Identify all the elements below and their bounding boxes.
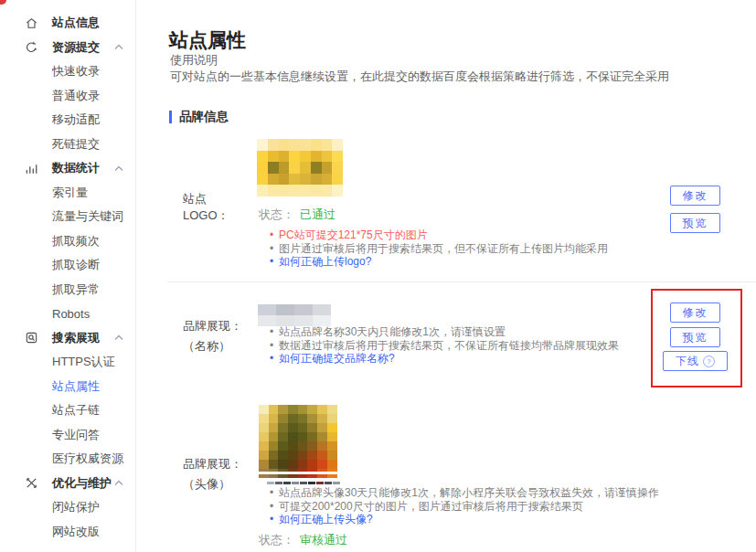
chevron-up-icon [114, 44, 123, 50]
name-modify-limit-note: • 站点品牌名称30天内只能修改1次，请谨慎设置 [270, 325, 619, 339]
resource-submit-icon [24, 40, 38, 55]
site-properties-page: 站点信息 资源提交 快速收录 普通收录 移动适配 死链提交 数据统计 索引量 流… [0, 0, 756, 552]
usage-title: 使用说明 [170, 52, 218, 69]
name-help-link[interactable]: • 如何正确提交品牌名称? [270, 352, 619, 366]
home-icon [24, 16, 38, 30]
name-modify-limit-text: 站点品牌名称30天内只能修改1次，请谨慎设置 [279, 325, 506, 339]
brand-name-label: 品牌展现： （名称） [183, 316, 242, 356]
logo-status-value: 已通过 [300, 207, 335, 223]
search-display-icon [24, 331, 38, 345]
sidebar-item-traffic-keywords[interactable]: 流量与关键词 [0, 205, 135, 229]
name-review-note: • 数据通过审核后将用于搜索结果页，不保证所有链接均带品牌展现效果 [270, 339, 619, 353]
sidebar-item-dead-link[interactable]: 死链提交 [0, 133, 135, 157]
brand-avatar-notes: • 站点品牌头像30天只能修改1次，解除小程序关联会导致权益失效，请谨慎操作 •… [270, 486, 659, 526]
chevron-up-icon [114, 334, 123, 341]
site-logo-image [257, 139, 343, 196]
sidebar-item-https-cert[interactable]: HTTPS认证 [0, 350, 135, 375]
bullet-dot: • [270, 513, 279, 526]
logo-preview-button[interactable]: 预览 [670, 213, 720, 233]
sidebar-group-search-display[interactable]: 搜索展现 [0, 326, 135, 351]
brand-name-notes: • 站点品牌名称30天内只能修改1次，请谨慎设置 • 数据通过审核后将用于搜索结… [270, 325, 619, 366]
sidebar-item-crawl-frequency[interactable]: 抓取频次 [0, 229, 135, 254]
avatar-modify-limit-text: 站点品牌头像30天只能修改1次，解除小程序关联会导致权益失效，请谨慎操作 [279, 486, 659, 500]
bullet-dot: • [270, 352, 279, 366]
sidebar-item-medical-authority[interactable]: 医疗权威资源 [0, 447, 135, 472]
sidebar-group-label: 搜索展现 [52, 330, 100, 346]
site-logo-label: 站点 LOGO： [183, 191, 229, 224]
sidebar-item-mobile-adapt[interactable]: 移动适配 [0, 108, 135, 133]
brand-avatar-image [259, 405, 337, 478]
sidebar-group-label: 优化与维护 [52, 475, 112, 492]
bullet-dot: • [270, 242, 279, 256]
name-help-link-text[interactable]: 如何正确提交品牌名称? [279, 352, 395, 366]
logo-review-note-text: 图片通过审核后将用于搜索结果页，但不保证所有上传图片均能采用 [279, 242, 608, 256]
brand-name-blurred [258, 304, 331, 326]
sidebar-group-data-stats[interactable]: 数据统计 [0, 156, 135, 181]
avatar-size-note-text: 可提交200*200尺寸的图片，图片通过审核后将用于搜索结果页 [279, 500, 583, 514]
avatar-modify-limit-note: • 站点品牌头像30天只能修改1次，解除小程序关联会导致权益失效，请谨慎操作 [270, 486, 659, 500]
page-title: 站点属性 [169, 27, 246, 53]
avatar-size-note: • 可提交200*200尺寸的图片，图片通过审核后将用于搜索结果页 [270, 500, 659, 514]
help-circle-icon[interactable]: ? [703, 356, 715, 367]
sidebar-item-crawl-exception[interactable]: 抓取异常 [0, 278, 135, 303]
section-divider [167, 281, 756, 282]
bullet-dot: • [270, 255, 279, 269]
sidebar-item-site-revamp[interactable]: 网站改版 [0, 520, 135, 545]
brand-avatar-label-line1: 品牌展现： [183, 454, 242, 474]
section-title: 品牌信息 [179, 109, 229, 125]
logo-modify-button[interactable]: 修改 [670, 186, 720, 206]
sidebar-group-resource-submit[interactable]: 资源提交 [0, 36, 135, 60]
data-stats-icon [24, 161, 38, 175]
avatar-status-row: 状态： 审核通过 [259, 532, 347, 548]
brand-avatar-label-line2: （头像） [183, 474, 242, 494]
name-preview-button[interactable]: 预览 [670, 327, 720, 347]
brand-name-label-line2: （名称） [183, 336, 242, 356]
name-offline-label: 下线 [676, 354, 699, 369]
usage-description: 可对站点的一些基本信息继续设置，在此提交的数据百度会根据策略进行筛选，不保证完全… [170, 69, 669, 85]
section-accent-bar [169, 111, 172, 123]
brand-info-section-header: 品牌信息 [169, 109, 229, 125]
status-label: 状态： [259, 207, 294, 223]
sidebar-item-index-volume[interactable]: 索引量 [0, 181, 135, 206]
chevron-up-icon [114, 165, 123, 172]
name-review-note-text: 数据通过审核后将用于搜索结果页，不保证所有链接均带品牌展现效果 [279, 339, 619, 353]
logo-size-note-text: PC站可提交121*75尺寸的图片 [279, 228, 428, 242]
sidebar-group-label: 站点信息 [52, 15, 100, 31]
logo-help-link-text[interactable]: 如何正确上传logo? [279, 255, 371, 269]
sidebar-nav: 站点信息 资源提交 快速收录 普通收录 移动适配 死链提交 数据统计 索引量 流… [0, 0, 136, 552]
sidebar-item-site-properties[interactable]: 站点属性 [0, 375, 135, 399]
sidebar-item-quick-include[interactable]: 快速收录 [0, 59, 135, 84]
name-modify-button[interactable]: 修改 [670, 303, 720, 323]
name-offline-button[interactable]: 下线 ? [663, 351, 728, 371]
sidebar-item-professional-qa[interactable]: 专业问答 [0, 423, 135, 448]
bullet-dot: • [270, 228, 279, 242]
sidebar-item-normal-include[interactable]: 普通收录 [0, 84, 135, 109]
avatar-help-link-text[interactable]: 如何正确上传头像? [279, 513, 373, 526]
bullet-dot: • [270, 500, 279, 514]
logo-size-note: • PC站可提交121*75尺寸的图片 [270, 228, 608, 242]
brand-avatar-label: 品牌展现： （头像） [183, 454, 242, 494]
avatar-white-line [259, 472, 337, 474]
status-label: 状态： [259, 532, 294, 548]
bullet-dot: • [270, 339, 279, 353]
optimize-maintain-icon [24, 476, 38, 491]
sidebar-group-site-info[interactable]: 站点信息 [0, 11, 135, 36]
site-logo-label-line1: 站点 [183, 191, 229, 207]
logo-review-note: • 图片通过审核后将用于搜索结果页，但不保证所有上传图片均能采用 [270, 242, 608, 256]
chevron-up-icon [114, 480, 123, 486]
avatar-color-strip [259, 482, 340, 484]
sidebar-item-robots[interactable]: Robots [0, 302, 135, 326]
sidebar-group-label: 数据统计 [52, 160, 100, 176]
bullet-dot: • [270, 325, 279, 339]
sidebar-item-crawl-diagnosis[interactable]: 抓取诊断 [0, 253, 135, 278]
sidebar-item-closed-site-protect[interactable]: 闭站保护 [0, 495, 135, 520]
logo-help-link[interactable]: • 如何正确上传logo? [270, 255, 608, 269]
sidebar-item-site-sublinks[interactable]: 站点子链 [0, 398, 135, 423]
bullet-dot: • [270, 486, 279, 500]
brand-name-label-line1: 品牌展现： [183, 316, 242, 336]
avatar-help-link[interactable]: • 如何正确上传头像? [270, 513, 659, 526]
site-logo-label-line2: LOGO： [183, 207, 229, 224]
sidebar-group-label: 资源提交 [52, 39, 100, 56]
avatar-status-value: 审核通过 [300, 532, 347, 548]
sidebar-group-optimize-maintain[interactable]: 优化与维护 [0, 472, 135, 496]
